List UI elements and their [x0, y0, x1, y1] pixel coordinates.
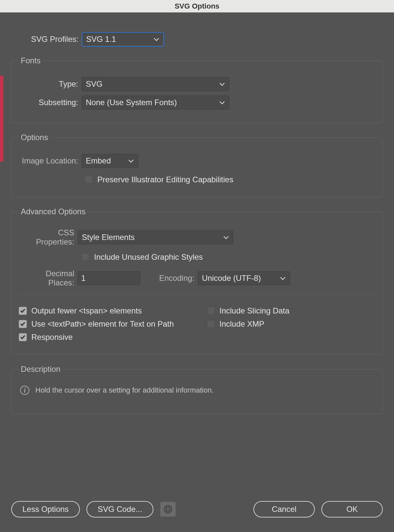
chevron-down-icon — [223, 235, 229, 239]
decimal-places-input[interactable]: 1 — [78, 271, 140, 285]
css-properties-label: CSS Properties: — [19, 228, 78, 247]
svg-profiles-select[interactable]: SVG 1.1 — [82, 32, 164, 46]
dialog-footer: Less Options SVG Code... Cancel OK — [11, 501, 383, 517]
encoding-value: Unicode (UTF-8) — [202, 274, 261, 283]
dialog-titlebar: SVG Options — [0, 0, 394, 13]
image-location-value: Embed — [86, 156, 111, 165]
include-xmp-checkbox[interactable] — [207, 320, 215, 328]
svg-profiles-value: SVG 1.1 — [86, 35, 116, 44]
chevron-down-icon — [219, 101, 225, 104]
dialog-title: SVG Options — [175, 2, 219, 11]
include-xmp-label: Include XMP — [219, 319, 264, 329]
font-type-label: Type: — [19, 79, 82, 89]
image-location-select[interactable]: Embed — [82, 154, 138, 168]
window-edge-accent — [0, 76, 3, 162]
svg-code-button[interactable]: SVG Code... — [86, 501, 153, 517]
font-subsetting-value: None (Use System Fonts) — [86, 98, 177, 107]
chevron-down-icon — [153, 37, 159, 41]
chevron-down-icon — [280, 276, 286, 280]
globe-icon — [163, 505, 173, 514]
options-group: Options Image Location: Embed Preserve I… — [11, 133, 383, 197]
output-tspan-label: Output fewer <tspan> elements — [31, 306, 142, 315]
textpath-checkbox[interactable] — [19, 320, 27, 328]
options-legend: Options — [19, 133, 50, 142]
font-type-value: SVG — [86, 79, 103, 89]
fonts-legend: Fonts — [19, 56, 43, 65]
info-icon: i — [20, 386, 29, 395]
description-text: Hold the cursor over a setting for addit… — [35, 386, 214, 395]
advanced-options-group: Advanced Options CSS Properties: Style E… — [11, 207, 383, 355]
svg-profiles-label: SVG Profiles: — [11, 35, 82, 44]
responsive-checkbox[interactable] — [19, 333, 27, 341]
advanced-options-legend: Advanced Options — [19, 207, 87, 216]
include-slicing-checkbox[interactable] — [207, 307, 215, 315]
decimal-places-value: 1 — [81, 274, 85, 283]
divider — [19, 295, 375, 295]
image-location-label: Image Location: — [19, 156, 82, 165]
decimal-places-label: Decimal Places: — [19, 269, 78, 287]
css-properties-value: Style Elements — [82, 233, 135, 242]
encoding-select[interactable]: Unicode (UTF-8) — [198, 271, 290, 285]
font-subsetting-label: Subsetting: — [19, 98, 82, 107]
cancel-button[interactable]: Cancel — [253, 501, 315, 517]
preserve-editing-label: Preserve Illustrator Editing Capabilitie… — [97, 175, 233, 184]
preserve-editing-checkbox[interactable] — [85, 176, 93, 184]
description-legend: Description — [19, 365, 62, 374]
chevron-down-icon — [128, 159, 134, 163]
fonts-group: Fonts Type: SVG Subsetting: None (Use Sy… — [11, 56, 383, 123]
output-tspan-checkbox[interactable] — [19, 307, 27, 315]
font-subsetting-select[interactable]: None (Use System Fonts) — [82, 96, 229, 109]
include-unused-styles-checkbox[interactable] — [82, 253, 89, 261]
css-properties-select[interactable]: Style Elements — [78, 230, 233, 244]
include-slicing-label: Include Slicing Data — [219, 306, 289, 315]
textpath-label: Use <textPath> element for Text on Path — [31, 319, 174, 329]
font-type-select[interactable]: SVG — [82, 77, 229, 91]
description-group: Description i Hold the cursor over a set… — [11, 365, 383, 414]
responsive-label: Responsive — [31, 333, 73, 342]
encoding-label: Encoding: — [140, 274, 198, 283]
chevron-down-icon — [219, 82, 225, 86]
include-unused-styles-label: Include Unused Graphic Styles — [94, 252, 203, 262]
less-options-button[interactable]: Less Options — [11, 501, 80, 517]
ok-button[interactable]: OK — [321, 501, 383, 517]
web-preview-button[interactable] — [160, 502, 176, 517]
